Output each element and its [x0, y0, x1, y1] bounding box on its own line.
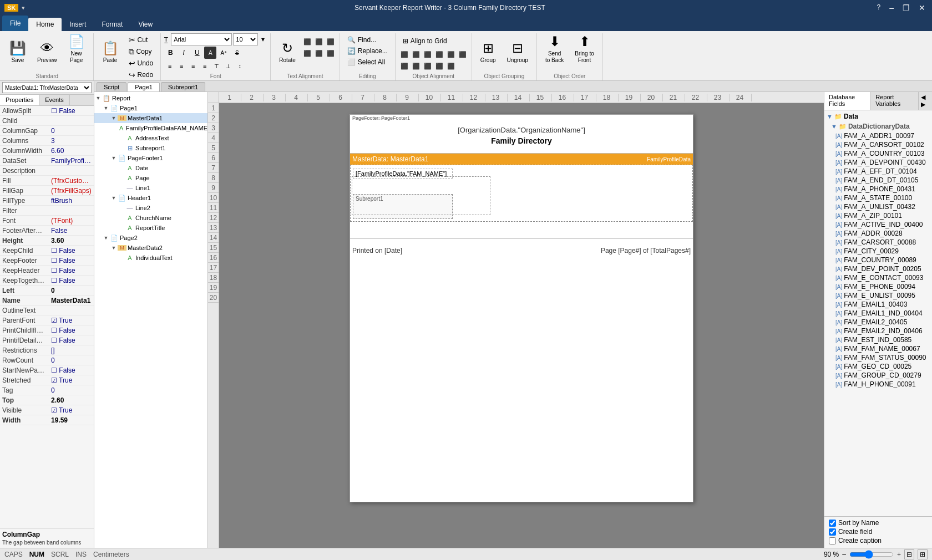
- tree-toggle-page2[interactable]: ▼: [102, 235, 110, 241]
- copy-button[interactable]: ⧉ Copy: [125, 46, 158, 57]
- tab-db-fields[interactable]: Database Fields: [824, 92, 871, 110]
- prop-row-dataset[interactable]: DataSetFamilyProfileData: [0, 156, 94, 166]
- minimize-button[interactable]: –: [887, 3, 896, 12]
- tree-item-addresstext[interactable]: AAddressText: [94, 133, 207, 143]
- tree-toggle-report[interactable]: ▼: [94, 95, 102, 101]
- db-field-fam_a_carsort_00102[interactable]: [A]FAM_A_CARSORT_00102: [824, 140, 932, 149]
- tab-insert[interactable]: Insert: [62, 18, 94, 31]
- prop-row-startnewpage-[interactable]: StartNewPage…☐ False: [0, 365, 94, 375]
- titlebar-controls[interactable]: ? – ❐ ✕: [875, 3, 928, 12]
- tree-item-reporttitle[interactable]: AReportTitle: [94, 223, 207, 233]
- tree-toggle-masterdata1[interactable]: ▼: [110, 115, 118, 121]
- tree-item-churchname[interactable]: AChurchName: [94, 213, 207, 223]
- tree-item-page2[interactable]: ▼📄Page2: [94, 233, 207, 243]
- tab-events[interactable]: Events: [39, 95, 70, 105]
- align-middle-button[interactable]: ⊥: [222, 61, 234, 71]
- db-field-fam_e_phone_00094[interactable]: [A]FAM_E_PHONE_00094: [824, 282, 932, 291]
- tree-item-date[interactable]: ADate: [94, 163, 207, 173]
- prop-row-parentfont[interactable]: ParentFont☑ True: [0, 315, 94, 325]
- prop-row-font[interactable]: Font(TFont): [0, 216, 94, 226]
- bring-to-front-button[interactable]: ⬆ Bring to Front: [570, 33, 599, 67]
- italic-button[interactable]: I: [178, 47, 190, 59]
- obj-al-m[interactable]: ⬛: [445, 49, 457, 59]
- tab-page1[interactable]: Page1: [128, 82, 160, 91]
- masterdata-dropdown[interactable]: MasterData1: TfrxMasterData: [2, 82, 92, 93]
- prop-row-visible[interactable]: Visible☑ True: [0, 405, 94, 415]
- checkbox-0[interactable]: [829, 520, 836, 527]
- h-align-r-btn[interactable]: ⬛: [325, 37, 336, 47]
- checkbox-1[interactable]: [829, 528, 836, 536]
- prop-row-fill[interactable]: Fill(TfrxCustomFill): [0, 176, 94, 186]
- prop-row-fillgap[interactable]: FillGap(TfrxFillGaps): [0, 186, 94, 196]
- find-button[interactable]: 🔍 Find...: [343, 34, 392, 45]
- select-all-button[interactable]: ⬜ Select All: [343, 57, 392, 67]
- db-field-fam_a_state_00100[interactable]: [A]FAM_A_STATE_00100: [824, 194, 932, 202]
- h-align-l-btn[interactable]: ⬛: [302, 37, 313, 47]
- restore-button[interactable]: ❐: [900, 3, 912, 12]
- db-field-fam_fam_status_00090[interactable]: [A]FAM_FAM_STATUS_00090: [824, 353, 932, 362]
- underline-button[interactable]: U: [191, 47, 203, 59]
- prop-row-outlinetext[interactable]: OutlineText: [0, 306, 94, 315]
- help-icon[interactable]: ?: [875, 3, 883, 12]
- font-name-select[interactable]: Arial: [171, 33, 232, 45]
- tree-item-report[interactable]: ▼📋Report: [94, 93, 207, 103]
- tree-item-line2[interactable]: —Line2: [94, 203, 207, 213]
- obj-al-b[interactable]: ⬛: [457, 49, 468, 59]
- tab-format[interactable]: Format: [94, 18, 130, 31]
- tab-script[interactable]: Script: [97, 82, 126, 91]
- prop-row-printchildifinv-[interactable]: PrintChildIfInv…☐ False: [0, 325, 94, 335]
- tree-item-familyprofile[interactable]: AFamilyProfileDataFAM_NAME: [94, 123, 207, 133]
- prop-row-allowsplit[interactable]: AllowSplit☐ False: [0, 106, 94, 116]
- prop-row-top[interactable]: Top2.60: [0, 395, 94, 405]
- bold-button[interactable]: B: [164, 47, 176, 59]
- font-color-button[interactable]: A: [204, 47, 216, 59]
- obj-al-r[interactable]: ⬛: [422, 49, 433, 59]
- replace-button[interactable]: 🔄 Replace...: [343, 45, 392, 56]
- org-name-field[interactable]: [OrganizationData."OrganizationName"]: [351, 126, 692, 134]
- prop-row-name[interactable]: NameMasterData1: [0, 296, 94, 306]
- db-field-fam_a_country_00103[interactable]: [A]FAM_A_COUNTRY_00103: [824, 149, 932, 158]
- family-directory-text[interactable]: Family Directory: [351, 136, 692, 145]
- v-align-b-btn[interactable]: ⬛: [325, 48, 336, 58]
- prop-row-columns[interactable]: Columns3: [0, 136, 94, 146]
- obj-dist-h[interactable]: ⬛: [399, 61, 410, 71]
- cut-button[interactable]: ✂ Cut: [125, 34, 158, 45]
- tree-item-pagefooter1[interactable]: ▼📄PageFooter1: [94, 153, 207, 163]
- close-button[interactable]: ✕: [916, 3, 928, 12]
- font-size-select[interactable]: 10: [233, 33, 258, 45]
- db-field-fam_a_eff_dt_00104[interactable]: [A]FAM_A_EFF_DT_00104: [824, 167, 932, 176]
- redo-button[interactable]: ↪ Redo: [125, 69, 158, 80]
- zoom-slider[interactable]: [849, 550, 894, 559]
- db-field-fam_a_addr1_00097[interactable]: [A]FAM_A_ADDR1_00097: [824, 131, 932, 140]
- align-center-button[interactable]: ≡: [176, 61, 187, 71]
- db-field-fam_dev_point_00205[interactable]: [A]FAM_DEV_POINT_00205: [824, 264, 932, 273]
- db-field-fam_carsort_00088[interactable]: [A]FAM_CARSORT_00088: [824, 238, 932, 247]
- prop-row-columngap[interactable]: ColumnGap0: [0, 126, 94, 136]
- prop-row-filltype[interactable]: FillTypeftBrush: [0, 196, 94, 206]
- new-page-button[interactable]: 📄 New Page: [63, 33, 90, 67]
- rotate-button[interactable]: ↻ Rotate: [274, 33, 300, 67]
- font-size-dropdown-icon[interactable]: ▾: [259, 33, 267, 45]
- tree-item-page1[interactable]: ▼📄Page1: [94, 103, 207, 113]
- db-field-fam_email2_00405[interactable]: [A]FAM_EMAIL2_00405: [824, 318, 932, 327]
- tree-item-individualtext[interactable]: AIndividualText: [94, 253, 207, 263]
- tree-item-masterdata1[interactable]: ▼MMasterData1: [94, 113, 207, 123]
- tree-toggle-page1[interactable]: ▼: [102, 105, 110, 111]
- db-field-fam_e_unlist_00095[interactable]: [A]FAM_E_UNLIST_00095: [824, 291, 932, 300]
- tree-toggle-masterdata2[interactable]: ▼: [110, 245, 118, 251]
- align-justify-button[interactable]: ≡: [199, 61, 210, 71]
- prop-row-columnwidth[interactable]: ColumnWidth6.60: [0, 146, 94, 156]
- undo-button[interactable]: ↩ Undo: [125, 58, 158, 69]
- tree-item-page[interactable]: APage: [94, 173, 207, 183]
- actual-size-button[interactable]: ⊞: [918, 549, 928, 559]
- tree-item-header1[interactable]: ▼📄Header1: [94, 193, 207, 203]
- strikethrough-button[interactable]: S: [231, 47, 243, 59]
- prop-row-tag[interactable]: Tag0: [0, 385, 94, 395]
- prop-row-printifdetailen-[interactable]: PrintifDetailEn…☐ False: [0, 335, 94, 345]
- tab-report-vars[interactable]: Report Variables: [871, 92, 919, 110]
- prop-row-filter[interactable]: Filter: [0, 206, 94, 216]
- prop-row-rowcount[interactable]: RowCount0: [0, 355, 94, 365]
- align-top-button[interactable]: ⊤: [211, 61, 222, 71]
- prop-row-keeptogethe-[interactable]: KeepTogethe…☐ False: [0, 276, 94, 286]
- tree-toggle-pagefooter1[interactable]: ▼: [110, 155, 118, 161]
